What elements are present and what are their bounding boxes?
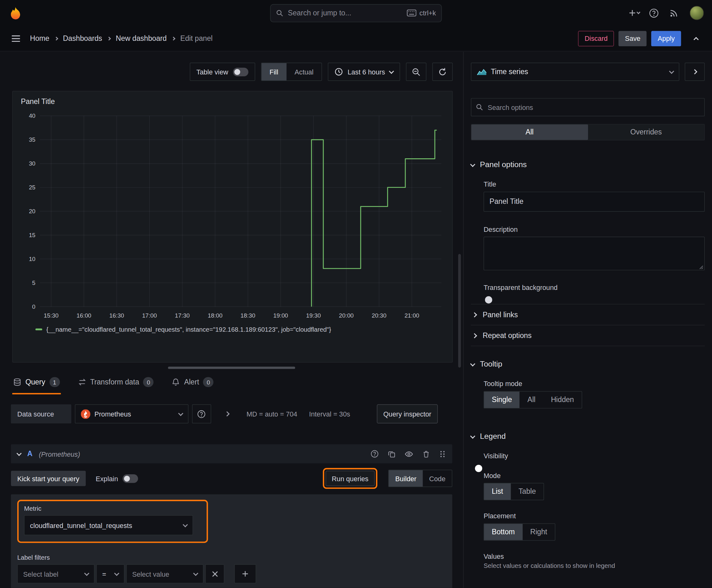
tooltip-mode-all[interactable]: All [520,392,543,408]
collapse-options-pane-button[interactable] [685,63,705,81]
duplicate-query-icon[interactable] [388,450,395,458]
chevron-right-icon [224,412,230,417]
collapse-navbar-button[interactable] [688,31,704,46]
legend-header[interactable]: Legend [471,432,705,441]
tooltip-mode-group: Single All Hidden [483,391,582,408]
operator-dropdown[interactable]: = [96,564,125,583]
add-filter-button[interactable] [234,564,256,583]
toggle-visibility-icon[interactable] [405,449,413,458]
datasource-help-button[interactable] [192,404,211,423]
breadcrumb-separator-icon [171,37,175,40]
visualization-picker[interactable]: Time series [471,63,679,81]
plus-icon [628,9,637,17]
apply-button[interactable]: Apply [651,31,681,46]
bell-icon [172,378,180,386]
remove-filter-button[interactable] [205,564,224,583]
repeat-options-section[interactable]: Repeat options [471,326,705,346]
explain-toggle[interactable] [123,474,138,482]
user-avatar[interactable] [690,6,704,20]
breadcrumb-new-dashboard[interactable]: New dashboard [116,34,167,42]
chevron-up-icon [693,37,698,42]
actual-option[interactable]: Actual [286,63,322,80]
datasource-row: Data source Prometheus [11,404,452,423]
save-button[interactable]: Save [619,31,647,46]
add-menu-button[interactable] [627,9,642,17]
tooltip-mode-hidden[interactable]: Hidden [543,392,582,408]
chevron-down-icon [193,570,198,575]
query-row-actions [370,449,446,458]
chevron-down-icon [470,361,475,366]
legend-placement-right[interactable]: Right [522,524,555,540]
breadcrumb-bar: Home Dashboards New dashboard Edit panel… [0,26,712,51]
select-label-dropdown[interactable]: Select label [17,564,94,583]
alert-count-badge: 0 [203,377,214,387]
topbar-actions [627,5,704,21]
svg-text:0: 0 [32,303,35,310]
delete-query-icon[interactable] [422,450,430,458]
panel-options-body: Title Description Transparent background [471,180,705,291]
pane-resize-handle[interactable] [168,366,295,369]
query-inspector-button[interactable]: Query inspector [377,404,438,423]
datasource-label: Data source [11,404,71,423]
grafana-logo-icon[interactable] [8,6,23,20]
legend-color-swatch [36,329,42,331]
time-range-picker[interactable]: Last 6 hours [328,63,400,81]
chevron-down-icon [114,570,119,575]
fill-option[interactable]: Fill [261,63,287,80]
breadcrumb-dashboards[interactable]: Dashboards [63,34,102,42]
table-view-toggle[interactable] [233,67,248,76]
kick-start-query-button[interactable]: Kick start your query [11,470,86,486]
question-circle-icon [649,8,659,18]
datasource-picker[interactable]: Prometheus [75,404,188,423]
resize-handle-icon[interactable] [699,265,703,269]
zoom-out-button[interactable] [406,63,426,81]
edit-pane: Table view Fill Actual Last 6 hours [0,52,463,588]
query-editor: Data source Prometheus [0,394,463,588]
tab-transform-data[interactable]: Transform data 0 [77,374,154,395]
panel-description-textarea[interactable] [483,237,705,270]
tab-all-options[interactable]: All [471,124,588,140]
legend-placement-bottom[interactable]: Bottom [484,524,522,540]
panel-title-input[interactable] [483,192,705,212]
legend-mode-group: List Table [483,483,544,500]
tooltip-header[interactable]: Tooltip [471,360,705,369]
timeseries-plot: 15:3016:0016:3017:0017:3018:0018:3019:00… [20,110,446,323]
tab-alert[interactable]: Alert 0 [171,374,215,395]
datasource-name: Prometheus [94,410,131,418]
breadcrumb-home[interactable]: Home [30,34,49,42]
drag-handle-icon[interactable] [439,450,446,458]
refresh-button[interactable] [432,63,453,81]
chevron-down-icon [637,10,641,14]
run-queries-button[interactable]: Run queries [325,470,375,486]
collapse-query-icon[interactable] [17,451,22,456]
discard-button[interactable]: Discard [578,31,614,46]
panel-options-header[interactable]: Panel options [471,161,705,170]
news-feed-button[interactable] [666,5,682,21]
legend-body: Visibility Mode List Table Placement Bot… [471,452,705,569]
svg-text:25: 25 [29,184,36,191]
panel-title[interactable]: Panel Title [21,98,445,106]
code-option[interactable]: Code [423,470,452,486]
fill-actual-group: Fill Actual [261,63,322,81]
tab-query[interactable]: Query 1 [12,374,61,395]
scrollbar-thumb[interactable] [458,254,461,368]
help-button[interactable] [646,5,662,21]
tooltip-mode-single[interactable]: Single [484,392,520,408]
panel-links-section[interactable]: Panel links [471,304,705,326]
legend-mode-table[interactable]: Table [511,483,544,500]
global-search-input[interactable]: Search or jump to... ctrl+k [270,4,442,22]
options-search[interactable] [471,98,705,116]
query-help-icon[interactable] [370,450,379,458]
svg-text:20:00: 20:00 [339,312,354,319]
keyboard-icon [407,9,416,16]
chart-legend[interactable]: {__name__="cloudflared_tunnel_total_requ… [36,326,445,333]
legend-mode-list[interactable]: List [484,483,511,500]
metric-select[interactable]: cloudflared_tunnel_total_requests [24,515,193,535]
builder-option[interactable]: Builder [389,470,423,486]
menu-toggle-button[interactable] [8,31,24,46]
query-ref-id[interactable]: A [27,450,33,458]
options-search-input[interactable] [488,103,699,111]
query-options-expand-button[interactable] [219,406,235,422]
select-value-dropdown[interactable]: Select value [126,564,203,583]
tab-overrides[interactable]: Overrides [588,124,704,140]
